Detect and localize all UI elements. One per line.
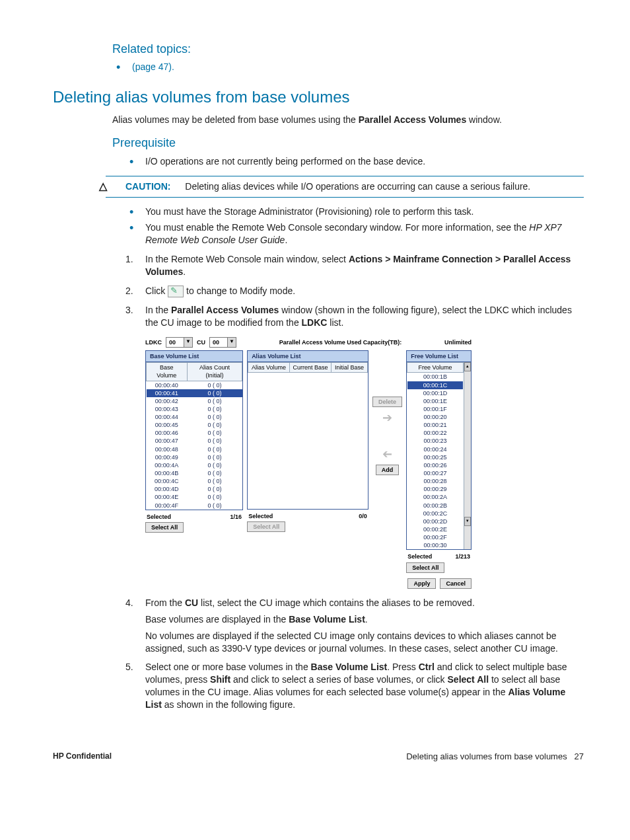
table-row[interactable]: 00:00:4E0 ( 0) xyxy=(147,493,242,501)
prereq-heading: Prerequisite xyxy=(112,135,584,151)
table-row[interactable]: 00:00:4D0 ( 0) xyxy=(147,485,242,493)
caution-box: △ CAUTION: Deleting alias devices while … xyxy=(106,176,584,198)
cu-select[interactable]: 00▼ xyxy=(209,337,236,348)
table-row[interactable]: 00:00:22 xyxy=(407,429,464,437)
table-row[interactable]: 00:00:24 xyxy=(407,445,464,453)
table-row[interactable]: 00:00:490 ( 0) xyxy=(147,453,242,461)
intro-paragraph: Alias volumes may be deleted from base v… xyxy=(112,114,584,126)
table-row[interactable]: 00:00:1B xyxy=(407,373,464,381)
free-volume-list[interactable]: Free Volume List Free Volume 00:00:1B00:… xyxy=(406,350,472,550)
cancel-button[interactable]: Cancel xyxy=(440,578,472,589)
base-volume-list-header: Base Volume List xyxy=(146,351,242,362)
table-row[interactable]: 00:00:29 xyxy=(407,485,464,493)
table-row[interactable]: 00:00:430 ( 0) xyxy=(147,405,242,413)
alias-select-all-button[interactable]: Select All xyxy=(247,521,285,532)
prereq-bullet-3: You must enable the Remote Web Console s… xyxy=(125,221,584,247)
table-row[interactable]: 00:00:480 ( 0) xyxy=(147,445,242,453)
base-select-all-button[interactable]: Select All xyxy=(145,522,184,533)
step-1: In the Remote Web Console main window, s… xyxy=(125,253,584,278)
related-topics-heading: Related topics: xyxy=(112,41,584,57)
table-row[interactable]: 00:00:2F xyxy=(407,533,464,541)
related-page-link[interactable]: (page 47). xyxy=(132,61,174,72)
add-button[interactable]: Add xyxy=(376,465,400,475)
table-row[interactable]: 00:00:1C xyxy=(407,381,464,389)
table-row[interactable]: 00:00:4C0 ( 0) xyxy=(147,477,242,485)
base-volume-list[interactable]: Base Volume List Base VolumeAlias Count … xyxy=(145,350,243,510)
table-row[interactable]: 00:00:460 ( 0) xyxy=(147,429,242,437)
modify-icon xyxy=(168,286,184,297)
capacity-label: Parallel Access Volume Used Capacity(TB)… xyxy=(240,338,440,346)
alias-selected-label: Selected xyxy=(248,512,273,520)
table-row[interactable]: 00:00:4A0 ( 0) xyxy=(147,461,242,469)
table-row[interactable]: 00:00:25 xyxy=(407,453,464,461)
ldkc-label: LDKC xyxy=(145,338,162,346)
table-row[interactable]: 00:00:2B xyxy=(407,502,464,510)
table-row[interactable]: 00:00:4B0 ( 0) xyxy=(147,469,242,477)
page-title: Deleting alias volumes from base volumes xyxy=(53,87,584,108)
alias-selected-count: 0/0 xyxy=(359,512,367,520)
free-volume-list-header: Free Volume List xyxy=(407,351,471,362)
table-row[interactable]: 00:00:4F0 ( 0) xyxy=(147,502,242,510)
chevron-down-icon: ▼ xyxy=(227,338,236,347)
table-row[interactable]: 00:00:2D xyxy=(407,517,464,525)
step-4: From the CU list, select the CU image wh… xyxy=(125,597,584,655)
prereq-bullet-1: I/O operations are not currently being p… xyxy=(125,155,584,168)
prereq-bullet-2: You must have the Storage Administrator … xyxy=(125,206,584,218)
table-row[interactable]: 00:00:30 xyxy=(407,541,464,549)
free-selected-count: 1/213 xyxy=(455,553,470,560)
alias-volume-list[interactable]: Alias Volume List Alias VolumeCurrent Ba… xyxy=(247,350,368,510)
caution-label: CAUTION: xyxy=(125,181,170,192)
chevron-down-icon: ▼ xyxy=(184,338,192,347)
base-selected-count: 1/16 xyxy=(230,513,242,521)
table-row[interactable]: 00:00:28 xyxy=(407,477,464,485)
arrow-right-icon: ➔ xyxy=(372,410,402,426)
table-row[interactable]: 00:00:1F xyxy=(407,405,464,413)
table-row[interactable]: 00:00:410 ( 0) xyxy=(147,389,242,397)
table-row[interactable]: 00:00:450 ( 0) xyxy=(147,421,242,429)
ldkc-select[interactable]: 00▼ xyxy=(166,337,193,348)
table-row[interactable]: 00:00:26 xyxy=(407,461,464,469)
caution-text: Deleting alias devices while I/O operati… xyxy=(185,181,530,192)
table-row[interactable]: 00:00:2E xyxy=(407,525,464,533)
related-topics-item: (page 47). xyxy=(112,61,584,73)
step-3: In the Parallel Access Volumes window (s… xyxy=(125,304,584,589)
table-row[interactable]: 00:00:2C xyxy=(407,510,464,517)
apply-button[interactable]: Apply xyxy=(407,578,436,589)
table-row[interactable]: 00:00:2A xyxy=(407,493,464,501)
table-row[interactable]: 00:00:440 ( 0) xyxy=(147,413,242,421)
table-row[interactable]: 00:00:420 ( 0) xyxy=(147,397,242,405)
table-row[interactable]: 00:00:20 xyxy=(407,413,464,421)
footer-confidential: HP Confidential xyxy=(53,751,112,763)
free-selected-label: Selected xyxy=(407,553,432,560)
step-2: Click to change to Modify mode. xyxy=(125,285,584,297)
scrollbar[interactable]: ▴ ▾ xyxy=(464,362,471,549)
step-5: Select one or more base volumes in the B… xyxy=(125,661,584,711)
arrow-left-icon: ➔ xyxy=(376,446,400,462)
base-selected-label: Selected xyxy=(147,513,171,521)
table-row[interactable]: 00:00:1D xyxy=(407,389,464,397)
table-row[interactable]: 00:00:23 xyxy=(407,437,464,445)
capacity-value: Unlimited xyxy=(444,338,472,346)
table-row[interactable]: 00:00:27 xyxy=(407,469,464,477)
table-row[interactable]: 00:00:21 xyxy=(407,421,464,429)
alias-volume-list-header: Alias Volume List xyxy=(248,351,368,362)
free-select-all-button[interactable]: Select All xyxy=(406,562,444,573)
pav-window: LDKC 00▼ CU 00▼ Parallel Access Volume U… xyxy=(145,337,472,589)
footer-section-page: Deleting alias volumes from base volumes… xyxy=(406,751,584,763)
cu-label: CU xyxy=(197,338,205,346)
table-row[interactable]: 00:00:1E xyxy=(407,397,464,405)
table-row[interactable]: 00:00:400 ( 0) xyxy=(147,381,242,389)
delete-button[interactable]: Delete xyxy=(372,397,402,407)
caution-delta-icon: △ xyxy=(99,179,107,194)
table-row[interactable]: 00:00:470 ( 0) xyxy=(147,437,242,445)
